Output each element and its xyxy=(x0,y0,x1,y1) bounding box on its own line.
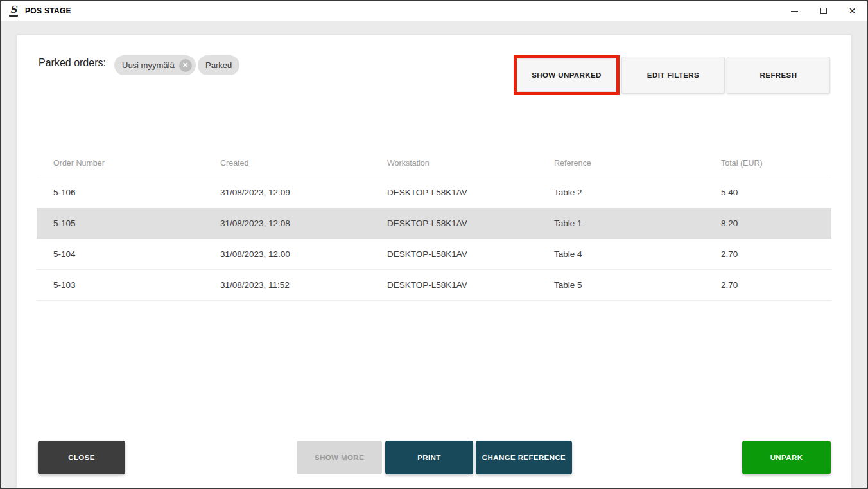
change-reference-button[interactable]: CHANGE REFERENCE xyxy=(476,441,572,474)
table-header-row: Order Number Created Workstation Referen… xyxy=(37,150,831,177)
cell-workstation: DESKTOP-L58K1AV xyxy=(370,188,537,197)
show-more-button: SHOW MORE xyxy=(297,441,382,474)
refresh-button[interactable]: REFRESH xyxy=(727,57,830,93)
filter-chip-parked-label: Parked xyxy=(205,60,232,70)
edit-filters-button[interactable]: EDIT FILTERS xyxy=(621,57,725,93)
table-row[interactable]: 5-103 31/08/2023, 11:52 DESKTOP-L58K1AV … xyxy=(37,270,831,301)
cell-reference: Table 2 xyxy=(537,188,704,197)
app-window: S POS STAGE ✕ Parked orders: Uusi myymäl… xyxy=(0,0,868,489)
show-unparked-highlight-box: SHOW UNPARKED xyxy=(514,55,620,95)
cell-total: 5.40 xyxy=(704,188,831,197)
window-controls: ✕ xyxy=(780,1,867,21)
app-logo-icon: S xyxy=(7,4,20,17)
minimize-button[interactable] xyxy=(780,1,809,21)
cell-total: 2.70 xyxy=(704,280,831,290)
cell-order-number: 5-103 xyxy=(37,280,204,290)
cell-total: 8.20 xyxy=(704,218,831,228)
orders-table: Order Number Created Workstation Referen… xyxy=(37,150,831,301)
table-row[interactable]: 5-104 31/08/2023, 12:00 DESKTOP-L58K1AV … xyxy=(37,239,831,270)
app-body: Parked orders: Uusi myymälä ✕ Parked SHO… xyxy=(1,21,867,488)
cell-workstation: DESKTOP-L58K1AV xyxy=(370,280,537,290)
cell-order-number: 5-104 xyxy=(37,249,204,259)
remove-filter-icon[interactable]: ✕ xyxy=(179,59,192,72)
column-header-created: Created xyxy=(204,159,370,168)
maximize-button[interactable] xyxy=(809,1,838,21)
table-row-selected[interactable]: 5-105 31/08/2023, 12:08 DESKTOP-L58K1AV … xyxy=(37,208,831,239)
cell-reference: Table 1 xyxy=(537,218,704,228)
cell-created: 31/08/2023, 12:09 xyxy=(204,188,370,197)
cell-workstation: DESKTOP-L58K1AV xyxy=(370,218,537,228)
column-header-workstation: Workstation xyxy=(370,159,537,168)
cell-total: 2.70 xyxy=(704,249,831,259)
cell-reference: Table 4 xyxy=(537,249,704,259)
cell-order-number: 5-106 xyxy=(37,188,204,197)
maximize-icon xyxy=(820,8,827,14)
filter-chip-store-label: Uusi myymälä xyxy=(122,60,175,70)
table-row[interactable]: 5-106 31/08/2023, 12:09 DESKTOP-L58K1AV … xyxy=(37,177,831,208)
print-button[interactable]: PRINT xyxy=(385,441,473,474)
close-button[interactable]: CLOSE xyxy=(38,441,125,474)
close-icon: ✕ xyxy=(849,6,856,15)
window-title: POS STAGE xyxy=(25,6,71,15)
page-title: Parked orders: xyxy=(39,57,106,69)
close-window-button[interactable]: ✕ xyxy=(838,1,867,21)
cell-workstation: DESKTOP-L58K1AV xyxy=(370,249,537,259)
title-bar: S POS STAGE ✕ xyxy=(1,1,867,21)
parked-orders-panel: Parked orders: Uusi myymälä ✕ Parked SHO… xyxy=(17,35,851,488)
filter-chip-store[interactable]: Uusi myymälä ✕ xyxy=(114,55,196,75)
cell-order-number: 5-105 xyxy=(37,218,204,228)
cell-created: 31/08/2023, 11:52 xyxy=(204,280,370,290)
minimize-icon xyxy=(791,11,798,12)
cell-created: 31/08/2023, 12:00 xyxy=(204,249,370,259)
show-unparked-button[interactable]: SHOW UNPARKED xyxy=(517,58,616,92)
column-header-total: Total (EUR) xyxy=(704,159,831,168)
filter-chip-parked[interactable]: Parked xyxy=(198,55,239,75)
column-header-reference: Reference xyxy=(537,159,704,168)
cell-created: 31/08/2023, 12:08 xyxy=(204,218,370,228)
cell-reference: Table 5 xyxy=(537,280,704,290)
unpark-button[interactable]: UNPARK xyxy=(742,441,831,474)
column-header-order-number: Order Number xyxy=(37,159,204,168)
